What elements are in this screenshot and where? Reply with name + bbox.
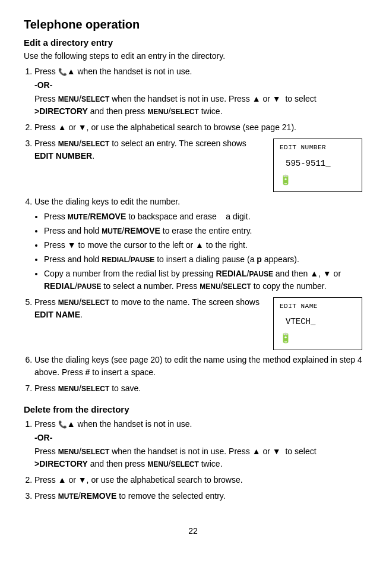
screen-edit-number-icon: 🔋 xyxy=(280,174,356,188)
edit-bullet-1: Press MUTE/REMOVE to backspace and erase… xyxy=(44,210,362,223)
delete-step-1-text: Press 📞▲ when the handset is not in use. xyxy=(34,419,192,429)
screen-edit-name-icon: 🔋 xyxy=(280,332,356,346)
delete-step-1-or: -OR- xyxy=(34,432,362,444)
section-edit: Edit a directory entry Use the following… xyxy=(24,37,362,395)
delete-step-1: Press 📞▲ when the handset is not in use.… xyxy=(34,418,362,470)
edit-step-5: Press MENU/SELECT to move to the name. T… xyxy=(34,296,362,351)
edit-step-6: Use the dialing keys (see page 20) to ed… xyxy=(34,354,362,379)
section-edit-title: Edit a directory entry xyxy=(24,37,362,48)
edit-bullet-5: Copy a number from the redial list by pr… xyxy=(44,268,362,293)
edit-bullet-4: Press and hold REDIAL/PAUSE to insert a … xyxy=(44,253,362,266)
edit-step-4-text: Use the dialing keys to edit the number. xyxy=(34,197,180,206)
screen-edit-name-value: VTECH_ xyxy=(280,316,356,328)
screen-edit-name-label: EDIT NAME xyxy=(280,301,356,312)
edit-step-2: Press ▲ or ▼, or use the alphabetical se… xyxy=(34,121,362,134)
delete-step-3-text: Press MUTE/REMOVE to remove the selected… xyxy=(34,491,226,501)
screen-edit-name: EDIT NAME VTECH_ 🔋 xyxy=(273,297,362,351)
page-number: 22 xyxy=(24,526,362,536)
section-edit-intro: Use the following steps to edit an entry… xyxy=(24,51,362,61)
edit-step-4: Use the dialing keys to edit the number.… xyxy=(34,196,362,293)
delete-step-1-or-text: Press MENU/SELECT when the handset is no… xyxy=(34,446,317,468)
edit-step-7: Press MENU/SELECT to save. xyxy=(34,382,362,395)
edit-step-1-or-text: Press MENU/SELECT when the handset is no… xyxy=(34,94,317,116)
screen-edit-number-label: EDIT NUMBER xyxy=(280,143,356,153)
edit-step-4-bullets: Press MUTE/REMOVE to backspace and erase… xyxy=(34,210,362,293)
edit-step-3: Press MENU/SELECT to select an entry. Th… xyxy=(34,137,362,192)
delete-step-2: Press ▲ or ▼, or use the alphabetical se… xyxy=(34,474,362,486)
section-delete-title: Delete from the directory xyxy=(24,404,362,414)
edit-step-1: Press 📞▲ when the handset is not in use.… xyxy=(34,65,362,118)
edit-step-1-or: -OR- xyxy=(34,79,362,92)
edit-step-6-text: Use the dialing keys (see page 20) to ed… xyxy=(34,355,362,377)
screen-edit-number: EDIT NUMBER 595-9511_ 🔋 xyxy=(273,139,362,192)
page-title: Telephone operation xyxy=(24,18,362,32)
delete-step-2-text: Press ▲ or ▼, or use the alphabetical se… xyxy=(34,475,243,485)
edit-step-7-text: Press MENU/SELECT to save. xyxy=(34,383,141,393)
edit-bullet-3: Press ▼ to move the cursor to the left o… xyxy=(44,239,362,251)
delete-steps-list: Press 📞▲ when the handset is not in use.… xyxy=(24,418,362,502)
edit-step-5-text: Press MENU/SELECT to move to the name. T… xyxy=(34,296,273,321)
edit-step-3-text: Press MENU/SELECT to select an entry. Th… xyxy=(34,137,273,162)
edit-bullet-2: Press and hold MUTE/REMOVE to erase the … xyxy=(44,225,362,237)
edit-step-1-text: Press 📞▲ when the handset is not in use. xyxy=(34,67,192,76)
delete-step-3: Press MUTE/REMOVE to remove the selected… xyxy=(34,490,362,502)
section-delete: Delete from the directory Press 📞▲ when … xyxy=(24,404,362,502)
screen-edit-number-value: 595-9511_ xyxy=(280,158,356,170)
edit-steps-list: Press 📞▲ when the handset is not in use.… xyxy=(24,65,362,395)
edit-step-2-text: Press ▲ or ▼, or use the alphabetical se… xyxy=(34,122,296,132)
